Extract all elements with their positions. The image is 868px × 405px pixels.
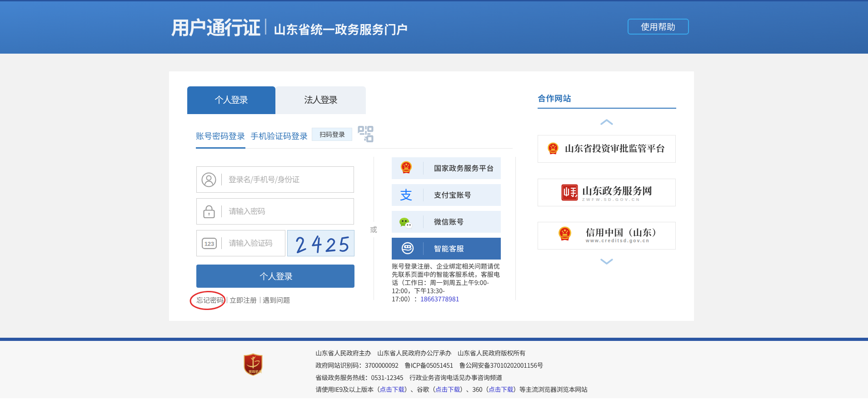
svg-text:123: 123 <box>205 240 215 247</box>
